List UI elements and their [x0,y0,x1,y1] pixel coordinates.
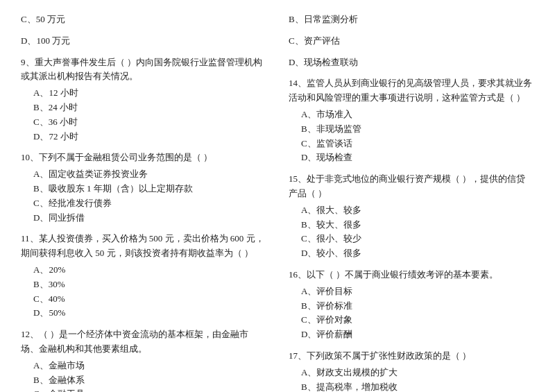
option: A、很大、较多 [289,203,534,218]
question-title: C、资产评估 [289,34,534,49]
option: B、金融体系 [21,373,266,388]
question-title: 10、下列不属于金融租赁公司业务范围的是（ ） [21,151,266,165]
option: C、经批准发行债券 [21,196,266,211]
question-title: C、50 万元 [21,12,266,27]
question-title: 12、（ ）是一个经济体中资金流动的基本框架，由金融市场、金融机构和其他要素组成… [21,327,266,357]
option: B、较大、很多 [289,218,534,232]
question-title: 11、某人投资债券，买入价格为 500 元，卖出价格为 600 元，期间获得利息… [21,232,266,261]
option: A、市场准入 [289,108,534,122]
question-block: 16、以下（ ）不属于商业银行绩效考评的基本要素。A、评价目标B、评价标准C、评… [289,268,534,342]
option: A、财政支出规模的扩大 [289,366,534,380]
option: B、非现场监管 [289,122,534,137]
question-title: 17、下列政策不属于扩张性财政政策的是（ ） [289,349,534,364]
option: A、20% [21,263,266,278]
option: D、同业拆借 [21,211,266,225]
option: B、评价标准 [289,299,534,314]
question-title: D、100 万元 [21,34,266,49]
question-block: D、现场检查联动 [289,56,534,70]
question-block: C、50 万元 [21,12,266,27]
option: C、很小、较少 [289,232,534,246]
option: A、金融市场 [21,359,266,373]
question-block: B、日常监测分析 [289,12,534,27]
option: D、现场检查 [289,151,534,165]
option: A、固定收益类证券投资业务 [21,167,266,182]
option: C、监管谈话 [289,137,534,151]
question-title: B、日常监测分析 [289,12,534,27]
option: B、24 小时 [21,101,266,115]
option: D、较小、很多 [289,246,534,261]
option: C、金融工具 [21,387,266,392]
question-title: 15、处于非竞式地位的商业银行资产规模（ ），提供的信贷产品（ ） [289,172,534,201]
question-block: 14、监管人员从到商业银行的见高级管理人员，要求其就业务活动和风险管理的重大事项… [289,76,534,165]
option: B、30% [21,278,266,292]
option: D、50% [21,306,266,321]
question-block: 9、重大声誉事件发生后（ ）内向国务院银行业监督管理机构或其派出机构报告有关情况… [21,56,266,144]
option: D、72 小时 [21,130,266,144]
question-block: D、100 万元 [21,34,266,49]
question-title: D、现场检查联动 [289,56,534,70]
option: C、40% [21,292,266,307]
option: D、评价薪酬 [289,327,534,342]
question-title: 9、重大声誉事件发生后（ ）内向国务院银行业监督管理机构或其派出机构报告有关情况… [21,56,266,85]
right-column: B、日常监测分析C、资产评估D、现场检查联动14、监管人员从到商业银行的见高级管… [278,12,534,392]
question-title: 14、监管人员从到商业银行的见高级管理人员，要求其就业务活动和风险管理的重大事项… [289,76,534,105]
option: B、吸收股东 1 年期（含）以上定期存款 [21,182,266,196]
question-block: C、资产评估 [289,34,534,49]
question-block: 11、某人投资债券，买入价格为 500 元，卖出价格为 600 元，期间获得利息… [21,232,266,321]
question-block: 10、下列不属于金融租赁公司业务范围的是（ ）A、固定收益类证券投资业务B、吸收… [21,151,266,225]
question-block: 17、下列政策不属于扩张性财政政策的是（ ）A、财政支出规模的扩大B、提高税率，… [289,349,534,392]
question-title: 16、以下（ ）不属于商业银行绩效考评的基本要素。 [289,268,534,282]
option: B、提高税率，增加税收 [289,380,534,392]
option: C、评价对象 [289,313,534,327]
option: A、12 小时 [21,86,266,101]
question-block: 15、处于非竞式地位的商业银行资产规模（ ），提供的信贷产品（ ）A、很大、较多… [289,172,534,261]
option: A、评价目标 [289,284,534,299]
question-block: 12、（ ）是一个经济体中资金流动的基本框架，由金融市场、金融机构和其他要素组成… [21,327,266,392]
left-column: C、50 万元D、100 万元9、重大声誉事件发生后（ ）内向国务院银行业监督管… [21,12,278,392]
option: C、36 小时 [21,115,266,130]
